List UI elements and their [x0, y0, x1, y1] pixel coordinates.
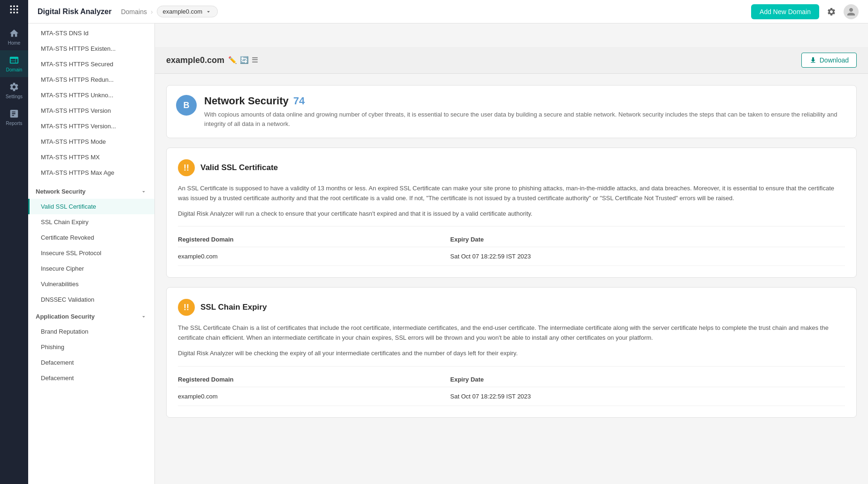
header: Digital Risk Analyzer Domains › example0…	[28, 0, 868, 23]
sidebar: Home Domain Settings Reports	[0, 0, 28, 484]
ssl-chain-desc: The SSL Certificate Chain is a list of c…	[178, 323, 845, 343]
valid-ssl-note: Digital Risk Analyzer will run a check t…	[178, 209, 845, 219]
nav-item-insecure-cipher[interactable]: Insecure Cipher	[28, 261, 154, 276]
ssl-chain-table: Registered Domain Expiry Date example0.c…	[178, 372, 845, 406]
settings-gear-icon[interactable]	[824, 4, 839, 19]
breadcrumb-separator: ›	[151, 8, 153, 16]
nav-item-mta-https-mx[interactable]: MTA-STS HTTPS MX	[28, 149, 154, 165]
ssl-chain-warning-icon: !!	[178, 299, 195, 316]
valid-ssl-col-expiry: Expiry Date	[450, 232, 845, 247]
nav-item-brand-reputation[interactable]: Brand Reputation	[28, 324, 154, 339]
nav-item-cert-revoked[interactable]: Certificate Revoked	[28, 230, 154, 245]
nav-item-dnssec-validation[interactable]: DNSSEC Validation	[28, 292, 154, 307]
page-domain-name: example0.com	[166, 55, 224, 65]
nav-item-phishing[interactable]: Phishing	[28, 339, 154, 355]
card-ssl-chain-header: !! SSL Chain Expiry	[178, 299, 845, 316]
edit-icon[interactable]: ✏️	[228, 56, 237, 64]
domain-action-icons: ✏️ 🔄 ☰	[228, 56, 258, 64]
section-network-security-header: B Network Security 74 With copious amoun…	[166, 85, 857, 138]
valid-ssl-row-domain: example0.com	[178, 247, 450, 266]
nav-item-mta-https-secured[interactable]: MTA-STS HTTPS Secured	[28, 56, 154, 72]
card-valid-ssl-header: !! Valid SSL Certificate	[178, 159, 845, 176]
sidebar-item-domain[interactable]: Domain	[0, 50, 28, 77]
card-valid-ssl: !! Valid SSL Certificate An SSL Certific…	[166, 148, 857, 278]
page-domain-title-area: example0.com ✏️ 🔄 ☰	[166, 55, 258, 65]
network-security-desc: With copious amounts of data online and …	[204, 110, 847, 128]
network-security-title: Network Security	[204, 95, 289, 107]
sidebar-item-settings[interactable]: Settings	[0, 77, 28, 104]
domain-selector[interactable]: example0.com	[157, 6, 218, 17]
ssl-chain-title: SSL Chain Expiry	[200, 303, 267, 312]
add-domain-button[interactable]: Add New Domain	[751, 4, 819, 19]
svg-rect-4	[13, 8, 15, 10]
nav-group-application-security-label: Application Security	[36, 313, 95, 320]
ssl-chain-col-domain: Registered Domain	[178, 372, 450, 387]
ssl-chain-row-domain: example0.com	[178, 387, 450, 406]
valid-ssl-row: example0.com Sat Oct 07 18:22:59 IST 202…	[178, 247, 845, 266]
valid-ssl-col-domain: Registered Domain	[178, 232, 450, 247]
svg-rect-7	[13, 12, 15, 13]
nav-item-mta-https-version2[interactable]: MTA-STS HTTPS Version...	[28, 118, 154, 134]
svg-rect-6	[10, 12, 12, 13]
breadcrumb: Domains › example0.com	[121, 6, 218, 17]
network-security-icon: B	[176, 95, 197, 116]
ssl-chain-row-expiry: Sat Oct 07 18:22:59 IST 2023	[450, 387, 845, 406]
list-icon[interactable]: ☰	[252, 56, 258, 64]
svg-rect-0	[10, 6, 12, 7]
user-avatar[interactable]	[844, 4, 859, 19]
card-ssl-chain: !! SSL Chain Expiry The SSL Certificate …	[166, 287, 857, 417]
nav-group-network-security-label: Network Security	[36, 188, 85, 195]
svg-rect-3	[10, 8, 12, 10]
svg-rect-5	[16, 8, 18, 10]
network-security-title-area: Network Security 74 With copious amounts…	[204, 95, 847, 128]
breadcrumb-domains[interactable]: Domains	[121, 8, 147, 16]
ssl-chain-col-expiry: Expiry Date	[450, 372, 845, 387]
nav-item-ssl-chain-expiry[interactable]: SSL Chain Expiry	[28, 214, 154, 230]
nav-item-mta-https-unkno[interactable]: MTA-STS HTTPS Unkno...	[28, 87, 154, 103]
nav-group-application-security[interactable]: Application Security	[28, 307, 154, 324]
sidebar-item-home[interactable]: Home	[0, 23, 28, 50]
nav-item-mta-dns-id[interactable]: MTA-STS DNS Id	[28, 25, 154, 41]
valid-ssl-title: Valid SSL Certificate	[200, 163, 278, 172]
main-content: example0.com ✏️ 🔄 ☰ Download B	[155, 47, 868, 484]
nav-item-mta-https-existen[interactable]: MTA-STS HTTPS Existen...	[28, 41, 154, 56]
nav-group-network-security[interactable]: Network Security	[28, 182, 154, 199]
ssl-chain-row: example0.com Sat Oct 07 18:22:59 IST 202…	[178, 387, 845, 406]
svg-rect-8	[16, 12, 18, 13]
sidebar-item-reports[interactable]: Reports	[0, 104, 28, 131]
nav-item-mta-https-version1[interactable]: MTA-STS HTTPS Version	[28, 103, 154, 118]
app-title: Digital Risk Analyzer	[38, 8, 112, 16]
ssl-chain-note: Digital Risk Analyzer will be checking t…	[178, 349, 845, 359]
valid-ssl-warning-icon: !!	[178, 159, 195, 176]
valid-ssl-table: Registered Domain Expiry Date example0.c…	[178, 232, 845, 266]
nav-item-defacement-1[interactable]: Defacement	[28, 355, 154, 370]
network-security-score: 74	[293, 95, 305, 107]
refresh-icon[interactable]: 🔄	[240, 56, 249, 64]
nav-item-mta-https-redun[interactable]: MTA-STS HTTPS Redun...	[28, 72, 154, 87]
download-button[interactable]: Download	[801, 53, 857, 68]
nav-item-defacement-2[interactable]: Defacement	[28, 370, 154, 386]
content-area: B Network Security 74 With copious amoun…	[155, 74, 868, 484]
nav-item-insecure-ssl-protocol[interactable]: Insecure SSL Protocol	[28, 245, 154, 261]
selected-domain: example0.com	[163, 8, 203, 15]
page-subheader: example0.com ✏️ 🔄 ☰ Download	[155, 47, 868, 74]
app-logo-icon	[9, 5, 19, 14]
nav-item-mta-https-mode[interactable]: MTA-STS HTTPS Mode	[28, 134, 154, 149]
valid-ssl-row-expiry: Sat Oct 07 18:22:59 IST 2023	[450, 247, 845, 266]
valid-ssl-desc: An SSL Certificate is supposed to have a…	[178, 184, 845, 203]
svg-rect-2	[16, 6, 18, 7]
nav-item-vulnerabilities[interactable]: Vulnerabilities	[28, 276, 154, 292]
nav-item-mta-https-maxage[interactable]: MTA-STS HTTPS Max Age	[28, 165, 154, 180]
nav-panel: MTA-STS DNS Id MTA-STS HTTPS Existen... …	[28, 23, 155, 484]
nav-item-valid-ssl[interactable]: Valid SSL Certificate	[28, 199, 154, 214]
svg-rect-1	[13, 6, 15, 7]
